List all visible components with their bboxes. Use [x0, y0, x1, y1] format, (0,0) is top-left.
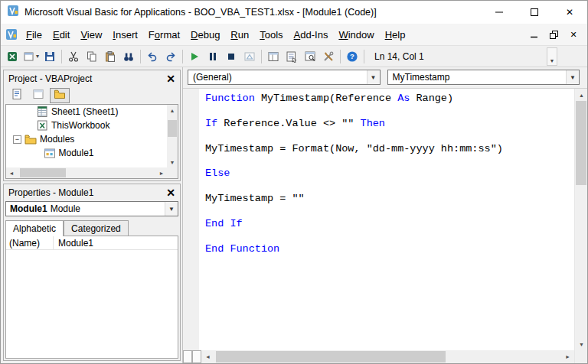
redo-button[interactable] [162, 47, 180, 66]
window-title: Microsoft Visual Basic for Applications … [24, 7, 377, 18]
code-vscrollbar[interactable]: ▲ ▼ [574, 89, 587, 350]
design-mode-icon [243, 50, 256, 63]
code-keyword: Function [205, 93, 255, 104]
procedure-dropdown-value: MyTimestamp [393, 72, 450, 83]
toolbox-button[interactable] [319, 47, 338, 66]
code-editor[interactable]: Function MyTimestamp(Reference As Range)… [199, 89, 574, 350]
scroll-up-icon[interactable]: ▲ [167, 105, 178, 115]
find-icon [122, 50, 135, 63]
hscroll-thumb[interactable] [20, 168, 66, 177]
insert-object-button[interactable]: ▾ [21, 47, 41, 66]
menu-item-view[interactable]: View [75, 25, 107, 44]
chevron-down-icon[interactable]: ▼ [367, 70, 380, 84]
mdi-close-button[interactable]: ✕ [565, 28, 582, 42]
mdi-restore-button[interactable] [545, 28, 562, 42]
help-button[interactable]: ? [343, 47, 361, 66]
minimize-button[interactable] [482, 1, 517, 24]
menu-item-tools[interactable]: Tools [254, 25, 288, 44]
insert-object-icon [23, 50, 35, 63]
scroll-down-icon[interactable]: ▼ [167, 157, 178, 167]
object-browser-button[interactable] [301, 47, 319, 66]
view-microsoft-excel-button[interactable] [3, 47, 21, 66]
menu-item-add-ins[interactable]: Add-Ins [289, 25, 334, 44]
menu-item-format[interactable]: Format [143, 25, 185, 44]
save-button[interactable] [41, 47, 59, 66]
vscroll-thumb[interactable] [168, 120, 177, 137]
break-icon [207, 50, 219, 63]
tree-item-module1[interactable]: Module1 [6, 146, 167, 160]
main-area: Project - VBAProject ✕ Sheet1 (Sheet1)Th… [1, 67, 587, 363]
scroll-down-icon[interactable]: ▼ [575, 338, 588, 350]
cut-button[interactable] [64, 47, 83, 66]
scroll-left-icon[interactable]: ◄ [201, 350, 214, 363]
tree-item-modules[interactable]: −Modules [6, 132, 167, 146]
breakpoint-margin[interactable] [183, 89, 199, 350]
hscroll-thumb[interactable] [216, 351, 446, 362]
code-keyword: Then [361, 118, 385, 129]
property-row[interactable]: (Name)Module1 [6, 236, 178, 250]
vscroll-thumb[interactable] [576, 101, 586, 185]
menu-bar: FileEditViewInsertFormatDebugRunToolsAdd… [1, 24, 587, 46]
view-object-button[interactable] [28, 88, 48, 103]
properties-panel-close-button[interactable]: ✕ [163, 185, 178, 200]
object-selector-dropdown[interactable]: Module1 Module ▼ [5, 201, 178, 216]
menu-item-insert[interactable]: Insert [107, 25, 143, 44]
project-explorer-panel: Project - VBAProject ✕ Sheet1 (Sheet1)Th… [3, 70, 181, 181]
toolbar-separator [182, 50, 183, 63]
code-window-icon [5, 28, 18, 41]
property-value[interactable]: Module1 [54, 238, 93, 249]
project-tree: Sheet1 (Sheet1)ThisWorkbook−ModulesModul… [6, 105, 167, 167]
project-panel-close-button[interactable]: ✕ [163, 71, 178, 86]
tab-alphabetic[interactable]: Alphabetic [5, 220, 64, 236]
caption-buttons: ✕ [482, 1, 587, 24]
undo-button[interactable] [143, 47, 162, 66]
maximize-button[interactable] [517, 1, 552, 24]
chevron-down-icon[interactable]: ▼ [566, 70, 579, 84]
menu-item-file[interactable]: File [21, 25, 47, 44]
title-bar: Microsoft Visual Basic for Applications … [1, 1, 587, 24]
properties-window-button[interactable] [283, 47, 301, 66]
copy-button[interactable] [83, 47, 101, 66]
scroll-up-icon[interactable]: ▲ [575, 89, 588, 101]
paste-button[interactable] [101, 47, 119, 66]
design-mode-button[interactable] [240, 47, 259, 66]
view-code-button[interactable] [7, 88, 27, 103]
chevron-down-icon[interactable]: ▼ [165, 202, 178, 216]
tree-item-sheet1-sheet1[interactable]: Sheet1 (Sheet1) [6, 105, 167, 119]
project-tree-hscrollbar[interactable]: ◄ ► [6, 167, 167, 178]
tree-item-thisworkbook[interactable]: ThisWorkbook [6, 119, 167, 132]
menu-item-run[interactable]: Run [225, 25, 254, 44]
tree-collapse-icon[interactable]: − [13, 135, 21, 144]
menu-item-window[interactable]: Window [333, 25, 379, 44]
scroll-right-icon[interactable]: ► [561, 350, 574, 363]
object-dropdown[interactable]: (General) ▼ [188, 70, 381, 85]
break-button[interactable] [204, 47, 222, 66]
project-tree-container: Sheet1 (Sheet1)ThisWorkbook−ModulesModul… [5, 104, 178, 179]
scroll-right-icon[interactable]: ► [156, 167, 167, 178]
procedure-dropdown[interactable]: MyTimestamp ▼ [387, 70, 580, 85]
run-macro-button[interactable] [185, 47, 204, 66]
project-tree-vscrollbar[interactable]: ▲ ▼ [167, 105, 178, 167]
toolbar-buttons: ▾? [3, 47, 361, 66]
properties-grid[interactable]: (Name)Module1 [5, 236, 178, 359]
project-explorer-button[interactable] [264, 47, 283, 66]
menu-item-help[interactable]: Help [380, 25, 411, 44]
code-line: MyTimestamp = Format(Now, "dd-mm-yyyy hh… [205, 143, 574, 155]
menu-item-debug[interactable]: Debug [185, 25, 225, 44]
menu-item-edit[interactable]: Edit [47, 25, 75, 44]
toolbar-options-button[interactable]: ▼ [547, 47, 557, 66]
folder-icon [24, 134, 37, 145]
copy-icon [86, 50, 98, 63]
procedure-view-button[interactable] [183, 350, 192, 363]
close-button[interactable]: ✕ [552, 1, 587, 24]
scroll-left-icon[interactable]: ◄ [6, 167, 17, 178]
full-module-view-button[interactable] [192, 350, 201, 363]
tab-categorized[interactable]: Categorized [64, 220, 129, 236]
toggle-folders-button[interactable] [50, 88, 70, 103]
code-line [205, 130, 574, 142]
reset-button[interactable] [222, 47, 240, 66]
tree-item-label: Module1 [59, 148, 94, 158]
find-button[interactable] [119, 47, 138, 66]
mdi-minimize-button[interactable] [525, 28, 542, 42]
code-line: Function MyTimestamp(Reference As Range) [205, 93, 574, 105]
